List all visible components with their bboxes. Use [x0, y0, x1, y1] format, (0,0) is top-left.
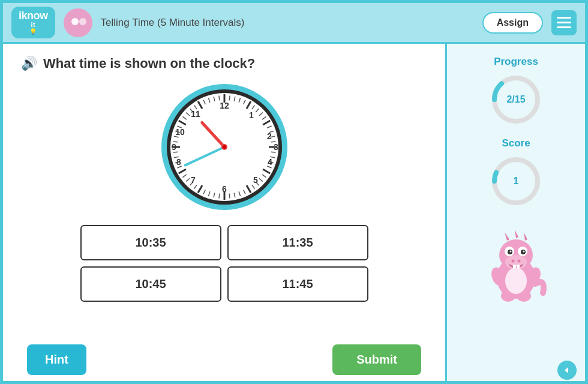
hamburger-line-1 [557, 17, 571, 19]
svg-point-108 [505, 268, 527, 294]
svg-point-81 [223, 145, 226, 149]
svg-point-1 [79, 18, 86, 25]
svg-text:4: 4 [268, 157, 272, 167]
svg-line-6 [229, 95, 230, 100]
svg-line-41 [173, 152, 178, 152]
svg-marker-100 [515, 230, 518, 238]
question-row: 🔊 What time is shown on the clock? [21, 56, 427, 71]
svg-text:8: 8 [176, 157, 181, 167]
svg-marker-99 [505, 232, 509, 241]
header: iknow it 💡 Telling Time (5 Minute Interv… [3, 3, 585, 44]
main-content: 🔊 What time is shown on the clock? [3, 44, 585, 384]
svg-text:11: 11 [191, 109, 200, 119]
svg-text:9: 9 [172, 142, 176, 152]
svg-line-18 [271, 152, 275, 152]
question-text: What time is shown on the clock? [43, 56, 255, 71]
mascot-container [483, 224, 549, 304]
logo: iknow it 💡 [11, 7, 55, 38]
svg-point-95 [512, 260, 515, 263]
answer-button-3[interactable]: 10:45 [80, 266, 221, 302]
sidebar-panel: Progress 2/15 Score 1 [447, 44, 585, 384]
svg-text:7: 7 [191, 175, 196, 185]
svg-line-53 [219, 95, 220, 100]
hamburger-line-2 [557, 22, 571, 23]
score-value: 1 [514, 176, 519, 187]
progress-label: Progress [494, 56, 538, 68]
svg-text:5: 5 [253, 175, 258, 185]
bottom-row: Hint Submit [21, 344, 427, 375]
back-button[interactable] [557, 361, 577, 380]
svg-point-0 [71, 18, 79, 25]
svg-marker-101 [524, 232, 527, 241]
svg-text:1: 1 [249, 110, 254, 120]
svg-text:12: 12 [220, 101, 229, 110]
svg-line-29 [229, 194, 230, 199]
score-ring: 1 [489, 154, 543, 208]
answers-grid: 10:35 11:35 10:45 11:45 [80, 225, 368, 302]
answer-button-2[interactable]: 11:35 [227, 225, 368, 260]
submit-button[interactable]: Submit [332, 344, 421, 375]
question-panel: 🔊 What time is shown on the clock? [3, 44, 447, 384]
lesson-title: Telling Time (5 Minute Intervals) [101, 17, 474, 29]
logo-text-bottom: it [31, 21, 35, 28]
logo-icon: 💡 [29, 28, 37, 35]
mascot-svg [483, 224, 549, 302]
back-icon [562, 365, 572, 376]
svg-text:6: 6 [222, 184, 227, 194]
progress-value: 2/15 [506, 94, 525, 105]
svg-text:10: 10 [175, 127, 185, 137]
svg-text:3: 3 [274, 142, 278, 152]
svg-point-93 [510, 251, 512, 253]
score-label: Score [502, 137, 530, 149]
hamburger-line-3 [557, 26, 571, 28]
svg-rect-98 [517, 265, 520, 268]
answer-button-4[interactable]: 11:45 [227, 266, 368, 302]
progress-ring: 2/15 [489, 73, 543, 127]
svg-text:2: 2 [267, 131, 272, 141]
menu-button[interactable] [551, 10, 577, 35]
avatar [64, 8, 92, 37]
assign-button[interactable]: Assign [482, 12, 543, 34]
clock-svg: 12 1 2 3 4 5 6 7 8 9 10 11 [158, 81, 290, 213]
svg-point-96 [518, 260, 521, 263]
logo-text-top: iknow [19, 10, 48, 21]
svg-line-30 [219, 194, 220, 199]
hint-button[interactable]: Hint [27, 344, 86, 375]
sound-icon[interactable]: 🔊 [21, 56, 37, 71]
clock-container: 12 1 2 3 4 5 6 7 8 9 10 11 [158, 81, 290, 213]
answer-button-1[interactable]: 10:35 [80, 225, 221, 260]
svg-point-94 [523, 251, 525, 253]
